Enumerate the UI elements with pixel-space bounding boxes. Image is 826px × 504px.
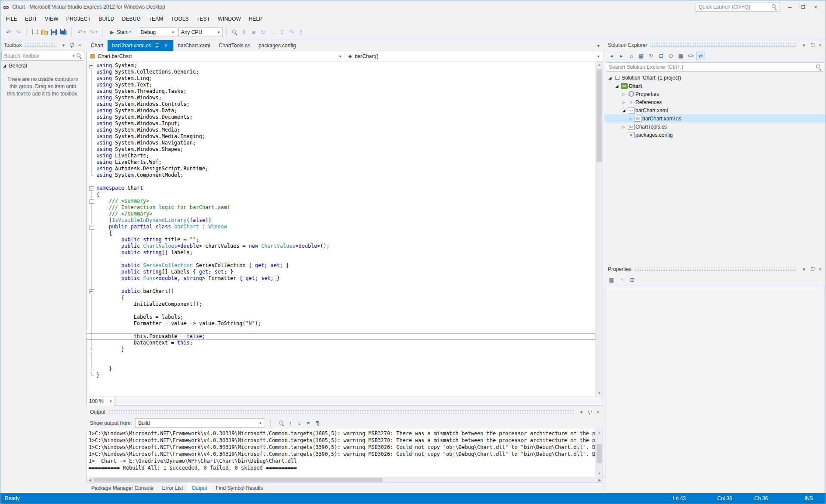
maximize-button[interactable] (796, 2, 809, 12)
toolbox-pin-icon[interactable] (68, 42, 75, 49)
undo-icon[interactable]: ↶ (75, 28, 85, 37)
toggle-word-wrap-icon[interactable]: ¶ (313, 418, 322, 427)
outline-collapse-icon[interactable] (87, 198, 96, 204)
tree-item-solution-chart-1-project[interactable]: ◢Solution 'Chart' (1 project) (604, 74, 826, 82)
tab-pin-icon[interactable] (154, 43, 160, 49)
switch-views-icon[interactable]: ▤ (637, 52, 646, 60)
code-line-7[interactable]: using System.Windows.Controls; (87, 101, 595, 108)
bottom-tab-find-symbol-results[interactable]: Find Symbol Results (212, 483, 267, 493)
code-line-23[interactable]: /// Interaction logic for barChart.xaml (87, 204, 595, 211)
go-to-next-message-icon[interactable]: ↓ (295, 418, 304, 427)
step-out-icon[interactable]: ↥ (296, 28, 306, 37)
code-line-31[interactable] (87, 256, 595, 262)
sync-with-active-document-icon[interactable]: ⇄ (696, 52, 705, 60)
categorized-icon[interactable]: ▤ (607, 276, 616, 284)
tree-expander-icon[interactable]: ◢ (621, 108, 627, 113)
scrollbar-thumb[interactable] (597, 69, 602, 162)
code-line-36[interactable]: public barChart() (87, 288, 595, 295)
toolbox-search-box[interactable]: ▾ (1, 51, 84, 61)
code-line-29[interactable]: public ChartValues<double> chartValues =… (87, 243, 595, 249)
back-icon[interactable]: ◂ (607, 52, 616, 60)
code-line-15[interactable]: using LiveCharts; (87, 153, 595, 159)
type-dropdown[interactable]: Chart.barChart ▾ (87, 51, 345, 61)
undo-dropdown-icon[interactable]: ▾ (84, 30, 86, 34)
solution-configuration-combo[interactable]: Debug ▾ (138, 28, 177, 37)
clear-all-icon[interactable]: × (304, 418, 313, 427)
properties-icon[interactable]: ⊙ (666, 52, 675, 60)
tree-expander-icon[interactable]: ◢ (614, 84, 620, 88)
chevron-down-icon[interactable]: ▾ (72, 54, 74, 58)
tab-list-dropdown-icon[interactable]: ▾ (594, 40, 603, 51)
menu-tools[interactable]: TOOLS (167, 13, 192, 25)
code-line-10[interactable]: using System.Windows.Input; (87, 120, 595, 127)
menu-edit[interactable]: EDIT (21, 13, 41, 25)
show-all-files-icon[interactable]: ▦ (676, 52, 685, 60)
code-line-14[interactable]: using System.Windows.Shapes; (87, 146, 595, 153)
code-line-5[interactable]: using System.Threading.Tasks; (87, 88, 595, 95)
outline-collapse-icon[interactable] (87, 224, 96, 230)
code-line-1[interactable]: using System; (87, 62, 595, 69)
output-source-combo[interactable]: Build ▾ (135, 418, 264, 428)
output-pin-icon[interactable] (586, 409, 593, 416)
properties-pin-icon[interactable] (808, 266, 816, 273)
scroll-up-icon[interactable]: ▲ (596, 429, 603, 436)
toolbox-close-icon[interactable]: × (76, 42, 83, 49)
find-message-icon[interactable] (277, 418, 286, 427)
code-line-44[interactable]: DataContext = this; (87, 340, 595, 346)
code-line-26[interactable]: public partial class barChart : Window (87, 224, 595, 230)
outline-collapse-icon[interactable] (87, 62, 96, 69)
scroll-right-icon[interactable]: ▶ (597, 477, 603, 482)
code-line-6[interactable]: using System.Windows; (87, 95, 595, 101)
code-line-8[interactable]: using System.Windows.Data; (87, 108, 595, 114)
tab-close-icon[interactable]: × (163, 43, 169, 49)
panel-grip[interactable] (650, 43, 797, 47)
code-line-11[interactable]: using System.Windows.Media; (87, 127, 595, 133)
tab-packages-config[interactable]: packages.config (254, 40, 300, 51)
scroll-down-icon[interactable]: ▼ (596, 470, 603, 477)
tab-chart[interactable]: Chart (86, 40, 108, 51)
code-line-45[interactable]: } (87, 346, 595, 353)
panel-grip[interactable] (635, 267, 797, 271)
solution-explorer-pin-icon[interactable] (808, 42, 816, 49)
tree-expander-icon[interactable]: ▷ (621, 92, 627, 96)
code-line-33[interactable]: public string[] Labels { get; set; } (87, 269, 595, 275)
menu-help[interactable]: HELP (245, 13, 266, 25)
output-window-position-icon[interactable]: ▾ (578, 409, 585, 416)
code-line-12[interactable]: using System.Windows.Media.Imaging; (87, 133, 595, 140)
quick-launch-input[interactable] (699, 4, 769, 10)
code-line-22[interactable]: /// <summary> (87, 198, 595, 204)
quick-launch-box[interactable] (696, 3, 780, 12)
tab-charttools-cs[interactable]: ChartTools.cs (214, 40, 254, 51)
solution-explorer-close-icon[interactable]: × (817, 42, 824, 49)
code-line-47[interactable] (87, 359, 595, 366)
navigate-backward-icon[interactable]: ↶ (4, 28, 13, 37)
menu-view[interactable]: VIEW (41, 13, 62, 25)
menu-project[interactable]: PROJECT (62, 13, 95, 25)
new-project-icon[interactable] (30, 28, 40, 37)
tree-item-charttools-cs[interactable]: ▷ChartTools.cs (604, 123, 826, 131)
start-debugging-button[interactable]: ▶ Start ▾ (106, 27, 137, 37)
menu-file[interactable]: FILE (2, 13, 21, 25)
scrollbar-thumb[interactable] (94, 478, 382, 482)
code-line-21[interactable]: { (87, 191, 595, 198)
menu-debug[interactable]: DEBUG (118, 13, 145, 25)
solution-explorer-search-input[interactable] (609, 64, 814, 70)
titlebar[interactable]: ∞ Chart - Microsoft Visual Studio Expres… (0, 0, 826, 13)
code-line-37[interactable]: { (87, 295, 595, 301)
output-text-area[interactable]: 1>C:\Windows\Microsoft.NET\Framework\v4.… (86, 429, 603, 477)
output-close-icon[interactable]: × (594, 409, 601, 416)
go-to-previous-message-icon[interactable]: ↑ (286, 418, 295, 427)
menu-team[interactable]: TEAM (145, 13, 167, 25)
outline-collapse-icon[interactable] (87, 288, 96, 295)
scroll-left-icon[interactable]: ◀ (87, 477, 93, 482)
code-line-18[interactable]: using System.ComponentModel; (87, 172, 595, 178)
tree-item-references[interactable]: ▷References (604, 98, 826, 106)
output-horizontal-scrollbar[interactable]: ◀ ▶ (86, 477, 603, 483)
tree-expander-icon[interactable]: ▷ (628, 117, 634, 121)
toolbox-window-position-icon[interactable]: ▾ (60, 42, 67, 49)
minimize-button[interactable]: – (783, 2, 796, 12)
tab-barchart-xaml[interactable]: barChart.xaml (173, 40, 214, 51)
solution-explorer-window-position-icon[interactable]: ▾ (800, 42, 808, 49)
output-log[interactable]: 1>C:\Windows\Microsoft.NET\Framework\v4.… (87, 429, 595, 477)
scroll-up-icon[interactable]: ▲ (596, 61, 603, 68)
